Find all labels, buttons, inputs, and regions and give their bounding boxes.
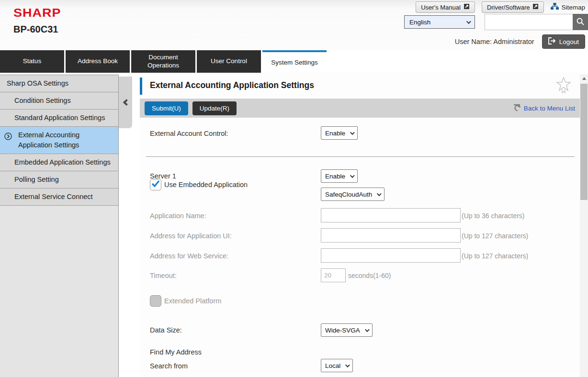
external-account-control-value: Enable — [325, 130, 345, 137]
sharp-logo: SHARP — [13, 6, 61, 20]
logout-label: Logout — [559, 38, 579, 45]
driver-software-button[interactable]: Driver/Software — [482, 1, 544, 13]
submit-button[interactable]: Submit(U) — [145, 101, 188, 115]
chevron-down-icon — [350, 130, 355, 135]
header-controls: English — [404, 14, 588, 30]
title-accent-bar — [140, 78, 142, 95]
favorite-star-icon[interactable] — [556, 77, 571, 96]
extended-platform-checkbox[interactable] — [150, 295, 161, 307]
main-tabs: Status Address Book Document Operations … — [0, 50, 327, 73]
settings-form: External Account Control: Enable Server … — [140, 118, 580, 377]
external-account-control-label: External Account Control: — [150, 130, 228, 137]
server1-select[interactable]: Enable — [321, 169, 358, 183]
search-icon — [576, 17, 585, 27]
address-web-service-hint: (Up to 127 characters) — [462, 252, 528, 260]
sidebar-item-external-accounting-application-settings[interactable]: External Accounting Application Settings — [0, 127, 118, 154]
page: SHARP BP-60C31 User's Manual Driver/Soft… — [0, 0, 588, 377]
address-application-ui-input[interactable] — [321, 228, 461, 243]
tab-status[interactable]: Status — [0, 50, 64, 73]
sitemap-label: Sitemap — [561, 4, 585, 11]
search-button[interactable] — [573, 14, 588, 30]
address-application-ui-label: Address for Application UI: — [150, 232, 232, 240]
sidebar-collapse-button[interactable] — [119, 77, 132, 128]
search-area — [485, 14, 588, 30]
chevron-down-icon — [377, 191, 382, 196]
header-links: User's Manual Driver/Software Sitemap — [416, 1, 585, 13]
model-number: BP-60C31 — [13, 24, 58, 35]
language-value: English — [409, 19, 430, 26]
chevron-left-icon — [123, 99, 130, 106]
sitemap-icon — [551, 3, 559, 11]
external-link-icon — [464, 3, 470, 11]
sidebar-item-external-service-connect[interactable]: External Service Connect — [0, 188, 118, 206]
sidebar-item-standard-application-settings[interactable]: Standard Application Settings — [0, 110, 118, 127]
timeout-hint: seconds(1-60) — [348, 272, 391, 279]
use-embedded-application-label: Use Embedded Application — [164, 181, 248, 188]
sitemap-link[interactable]: Sitemap — [551, 3, 585, 11]
check-icon — [151, 180, 160, 189]
tab-document-operations[interactable]: Document Operations — [131, 50, 195, 73]
driver-software-label: Driver/Software — [487, 4, 530, 11]
section-divider — [146, 156, 575, 157]
server1-value: Enable — [325, 173, 345, 180]
search-from-select[interactable]: Local — [321, 359, 353, 372]
sidebar-item-embedded-application-settings[interactable]: Embedded Application Settings — [0, 154, 118, 171]
chevron-down-icon — [345, 363, 350, 367]
tab-system-settings[interactable]: System Settings — [262, 50, 327, 73]
back-to-menu-label: Back to Menu List — [524, 105, 575, 112]
users-manual-button[interactable]: User's Manual — [416, 1, 475, 13]
tab-address-book[interactable]: Address Book — [66, 50, 130, 73]
sidebar-item-sharp-osa-settings[interactable]: Sharp OSA Settings — [0, 75, 118, 92]
timeout-input[interactable] — [321, 268, 346, 282]
address-web-service-input[interactable] — [321, 248, 461, 263]
sidebar-item-label: External Accounting Application Settings — [18, 131, 79, 149]
data-size-select[interactable]: Wide-SVGA — [321, 323, 373, 337]
chevron-down-icon — [466, 19, 471, 24]
back-to-menu-link[interactable]: Back to Menu List — [513, 103, 575, 113]
embedded-application-select[interactable]: SafeqCloudAuth — [321, 188, 384, 201]
triangle-up-icon — [582, 77, 586, 80]
use-embedded-application-checkbox[interactable] — [150, 179, 161, 190]
sidebar-item-condition-settings[interactable]: Condition Settings — [0, 92, 118, 110]
search-from-label: Search from — [150, 362, 188, 370]
address-application-ui-hint: (Up to 127 characters) — [462, 232, 528, 240]
search-input[interactable] — [485, 14, 573, 30]
data-size-value: Wide-SVGA — [325, 327, 360, 334]
address-web-service-label: Address for Web Service: — [150, 252, 228, 260]
extended-platform-label: Extended Platform — [164, 297, 221, 305]
find-my-address-label: Find My Address — [150, 348, 202, 356]
action-toolbar: Submit(U) Update(R) Back to Menu List — [140, 99, 580, 118]
users-manual-label: User's Manual — [421, 4, 461, 11]
timeout-label: Timeout: — [150, 272, 177, 279]
embedded-application-value: SafeqCloudAuth — [325, 191, 372, 198]
search-from-value: Local — [325, 362, 340, 369]
application-name-hint: (Up to 36 characters) — [462, 212, 525, 220]
application-name-input[interactable] — [321, 208, 461, 222]
logout-button[interactable]: Logout — [542, 34, 585, 49]
external-account-control-select[interactable]: Enable — [321, 126, 358, 140]
scrollbar-thumb[interactable] — [580, 84, 588, 200]
main-content: External Accounting Application Settings… — [140, 73, 580, 377]
tab-user-control[interactable]: User Control — [197, 50, 261, 73]
data-size-label: Data Size: — [150, 326, 182, 334]
external-link-icon — [532, 3, 539, 11]
return-arrow-icon — [513, 103, 521, 113]
application-name-label: Application Name: — [150, 212, 206, 220]
language-select[interactable]: English — [404, 15, 475, 29]
user-area: User Name: Administrator Logout — [455, 34, 585, 49]
header: SHARP BP-60C31 User's Manual Driver/Soft… — [0, 0, 588, 50]
sidebar: Sharp OSA Settings Condition Settings St… — [0, 75, 119, 377]
sidebar-item-polling-setting[interactable]: Polling Setting — [0, 171, 118, 188]
logout-icon — [548, 37, 556, 46]
title-bar: External Accounting Application Settings — [140, 73, 580, 99]
page-title: External Accounting Application Settings — [150, 80, 314, 90]
chevron-down-icon — [350, 173, 355, 178]
scroll-up-button[interactable] — [580, 74, 588, 82]
circle-arrow-icon — [4, 133, 12, 140]
user-name-label: User Name: Administrator — [455, 38, 534, 45]
update-button[interactable]: Update(R) — [192, 101, 237, 115]
vertical-scrollbar — [580, 74, 588, 377]
chevron-down-icon — [365, 327, 370, 332]
